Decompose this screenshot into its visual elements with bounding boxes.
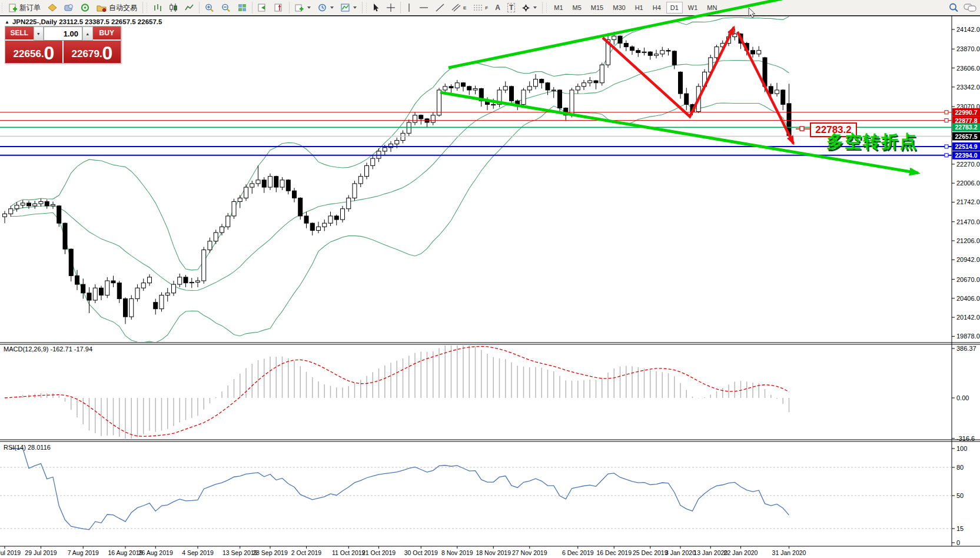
price-tag-label: 22877.8 (955, 117, 978, 124)
macd-pane[interactable] (5, 343, 789, 440)
cursor-tool-button[interactable] (370, 2, 383, 14)
rsi-line (11, 449, 789, 530)
chart-shift-icon (274, 4, 284, 12)
trendline-tool-button[interactable] (433, 2, 447, 14)
timeframe-h4-button[interactable]: H4 (649, 2, 665, 14)
date-tick-label: 27 Nov 2019 (512, 549, 547, 556)
sell-button[interactable]: SELL (5, 26, 34, 41)
main-pane[interactable] (3, 16, 792, 343)
candlestick-icon (169, 4, 178, 12)
price-tick-label: 21742.0 (956, 198, 980, 205)
date-tick-label: 19 Jul 2019 (0, 549, 21, 556)
new-chart-caret[interactable] (307, 6, 311, 9)
macd-label: MACD(12,26,9) -162.71 -17.94 (4, 346, 92, 353)
new-order-button[interactable]: 新订单 (5, 1, 44, 15)
bar-chart-icon (153, 4, 162, 12)
signals-icon (81, 4, 89, 12)
profiles-caret[interactable] (330, 6, 334, 9)
price-tag-label: 22514.9 (955, 143, 978, 150)
metaeditor-button[interactable] (45, 2, 60, 14)
price-tag-label: 22783.2 (955, 124, 978, 131)
crosshair-icon (387, 4, 395, 12)
chart-shift-button[interactable] (271, 2, 287, 14)
price-tick-label: 24142.0 (956, 26, 980, 33)
tile-windows-button[interactable] (235, 2, 250, 14)
fibo-sub-label: F (485, 5, 488, 11)
vertical-line-tool-button[interactable] (403, 2, 415, 14)
zoom-in-icon (205, 4, 214, 12)
search-icon[interactable] (949, 3, 959, 12)
timeframe-h1-button[interactable]: H1 (631, 2, 647, 14)
horizontal-line-tool-button[interactable] (416, 2, 431, 14)
candlestick-mode-button[interactable] (166, 2, 181, 14)
date-axis[interactable]: 19 Jul 201929 Jul 20197 Aug 201916 Aug 2… (0, 546, 806, 556)
auto-scroll-button[interactable] (255, 2, 270, 14)
buy-button[interactable]: BUY (93, 26, 121, 41)
timeframe-m1-button[interactable]: M1 (550, 2, 567, 14)
arrows-tool-button[interactable] (519, 2, 540, 14)
market-watch-button[interactable] (61, 2, 77, 14)
price-tag-label: 22657.5 (955, 133, 978, 140)
timeframe-m5-button[interactable]: M5 (569, 2, 586, 14)
metaeditor-icon (48, 4, 57, 12)
fibonacci-tool-button[interactable]: F (470, 2, 491, 14)
indicators-caret[interactable] (353, 6, 357, 9)
timeframe-m30-button[interactable]: M30 (609, 2, 629, 14)
price-tick-label: 20406.0 (956, 295, 980, 302)
fibonacci-icon (473, 4, 483, 12)
macd-tick-label: 386.37 (956, 345, 976, 352)
price-tick-label: 22270.0 (956, 161, 980, 168)
crosshair-tool-button[interactable] (384, 2, 398, 14)
sell-price[interactable]: 22656.0 (5, 41, 62, 63)
timeframe-m15-button[interactable]: M15 (587, 2, 607, 14)
buy-price[interactable]: 22679.0 (64, 41, 121, 63)
text-tool-button[interactable]: A (492, 2, 503, 14)
collapse-icon[interactable]: ▲ (5, 19, 9, 25)
line-handle[interactable] (945, 145, 948, 148)
timeframe-w1-button[interactable]: W1 (684, 2, 702, 14)
profiles-button[interactable] (315, 2, 337, 14)
volume-input[interactable] (44, 26, 82, 41)
new-chart-button[interactable] (292, 2, 314, 14)
zoom-out-button[interactable] (218, 2, 234, 14)
new-order-icon (8, 4, 17, 12)
profiles-clock-icon (318, 4, 327, 12)
price-tick-label: 23342.0 (956, 84, 980, 91)
date-tick-label: 30 Oct 2019 (404, 549, 438, 556)
indicators-button[interactable] (338, 2, 360, 14)
line-handle[interactable] (945, 154, 948, 157)
date-tick-label: 29 Jul 2019 (25, 549, 57, 556)
price-axis[interactable]: 24142.023870.023606.023342.023070.022270… (952, 26, 980, 546)
timeframe-d1-button[interactable]: D1 (666, 2, 683, 14)
line-handle[interactable] (945, 119, 948, 122)
bar-chart-mode-button[interactable] (150, 2, 165, 14)
price-tick-label: 20670.0 (956, 276, 980, 283)
arrows-tool-icon (522, 4, 530, 12)
timeframe-mn-button[interactable]: MN (703, 2, 721, 14)
auto-trading-button[interactable]: 自动交易 (94, 1, 140, 15)
candles-layer (3, 29, 792, 324)
chart-canvas[interactable]: 24142.023870.023606.023342.023070.022270… (0, 0, 980, 558)
channel-tool-button[interactable]: E (449, 2, 469, 14)
auto-trading-icon (97, 4, 107, 12)
timeframe-group: M1M5M15M30H1H4D1W1MN (549, 2, 722, 14)
buy-price-pip: 0 (102, 44, 113, 62)
toolbar-grip[interactable] (1, 2, 4, 13)
price-tick-label: 22006.0 (956, 180, 980, 187)
rsi-pane[interactable] (0, 449, 952, 530)
price-tick-label: 19878.0 (956, 333, 980, 340)
market-watch-icon (64, 4, 74, 12)
volume-decrease-button[interactable]: ▼ (34, 26, 44, 41)
price-tick-label: 23870.0 (956, 45, 980, 52)
date-tick-label: 16 Dec 2019 (596, 549, 632, 556)
zoom-out-icon (221, 4, 231, 12)
volume-increase-button[interactable]: ▲ (82, 26, 93, 41)
line-chart-mode-button[interactable] (182, 2, 197, 14)
signals-button[interactable] (78, 2, 92, 14)
chat-icon[interactable] (964, 3, 976, 12)
zoom-in-button[interactable] (202, 2, 217, 14)
line-handle[interactable] (945, 111, 948, 114)
text-label-tool-button[interactable]: T (504, 1, 518, 14)
line-chart-icon (185, 4, 194, 12)
arrows-caret[interactable] (533, 6, 537, 9)
